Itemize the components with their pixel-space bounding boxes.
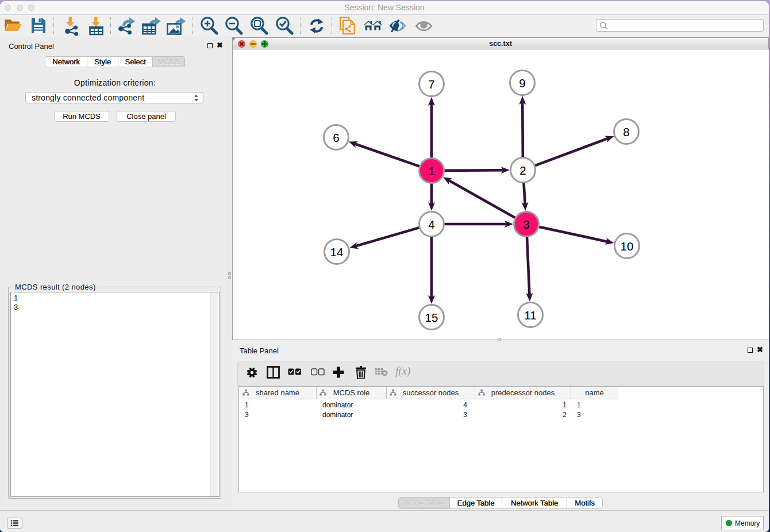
svg-text:4: 4 — [428, 218, 434, 231]
svg-text:15: 15 — [425, 311, 438, 324]
svg-text:10: 10 — [621, 240, 634, 253]
svg-text:3: 3 — [523, 218, 529, 231]
svg-text:11: 11 — [524, 309, 536, 322]
svg-text:7: 7 — [428, 78, 434, 91]
svg-text:1: 1 — [428, 164, 434, 178]
svg-text:6: 6 — [333, 131, 339, 144]
svg-text:14: 14 — [330, 245, 344, 259]
svg-text:9: 9 — [519, 76, 525, 90]
svg-text:2: 2 — [519, 164, 526, 177]
svg-text:8: 8 — [623, 125, 629, 138]
